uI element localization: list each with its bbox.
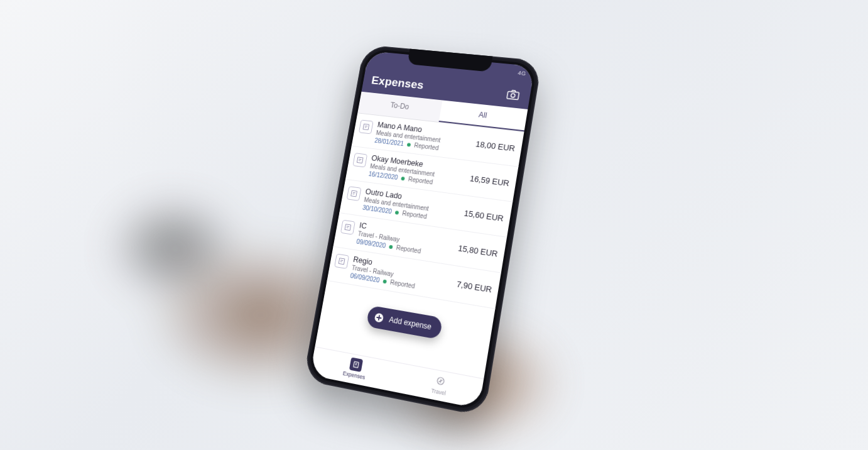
phone-frame: 4G Expenses To-Do All xyxy=(303,45,542,417)
nav-label: Travel xyxy=(431,387,447,397)
nav-item-travel[interactable]: Travel xyxy=(431,373,449,396)
camera-icon[interactable] xyxy=(504,87,522,102)
svg-rect-6 xyxy=(339,258,345,265)
expense-status: Reported xyxy=(414,142,440,151)
nav-label: Expenses xyxy=(342,370,366,380)
receipt-icon xyxy=(347,186,362,201)
receipt-icon xyxy=(359,119,374,134)
page-title: Expenses xyxy=(371,74,425,92)
add-expense-label: Add expense xyxy=(388,315,432,331)
svg-rect-5 xyxy=(345,224,351,231)
svg-rect-4 xyxy=(351,190,357,197)
status-dot-icon xyxy=(389,244,393,249)
expense-amount: 7,90 EUR xyxy=(456,279,492,294)
receipt-icon xyxy=(349,357,362,372)
add-expense-button[interactable]: Add expense xyxy=(366,305,443,340)
svg-rect-3 xyxy=(357,157,363,163)
network-indicator: 4G xyxy=(518,70,526,77)
expense-main: Mano A Mano Meals and entertainment 28/0… xyxy=(374,121,470,155)
svg-rect-2 xyxy=(363,124,369,129)
plus-circle-icon xyxy=(372,311,385,324)
svg-rect-0 xyxy=(507,91,519,99)
phone-screen: 4G Expenses To-Do All xyxy=(310,51,534,409)
status-dot-icon xyxy=(382,279,387,283)
expense-amount: 18,00 EUR xyxy=(475,140,516,153)
receipt-icon xyxy=(352,153,367,167)
nav-item-expenses[interactable]: Expenses xyxy=(342,356,368,380)
status-dot-icon xyxy=(395,211,399,215)
receipt-icon xyxy=(334,253,349,269)
airplane-icon xyxy=(433,373,448,388)
expense-list-inner: Mano A Mano Meals and entertainment 28/0… xyxy=(327,113,524,309)
expense-amount: 15,60 EUR xyxy=(464,209,504,224)
svg-point-1 xyxy=(511,94,515,98)
receipt-icon xyxy=(340,220,355,235)
status-dot-icon xyxy=(401,176,405,180)
expense-amount: 16,59 EUR xyxy=(469,173,510,188)
phone-stage: 4G Expenses To-Do All xyxy=(327,21,541,429)
status-dot-icon xyxy=(407,143,411,146)
expense-list[interactable]: Mano A Mano Meals and entertainment 28/0… xyxy=(315,113,524,378)
expense-amount: 15,80 EUR xyxy=(457,243,498,259)
